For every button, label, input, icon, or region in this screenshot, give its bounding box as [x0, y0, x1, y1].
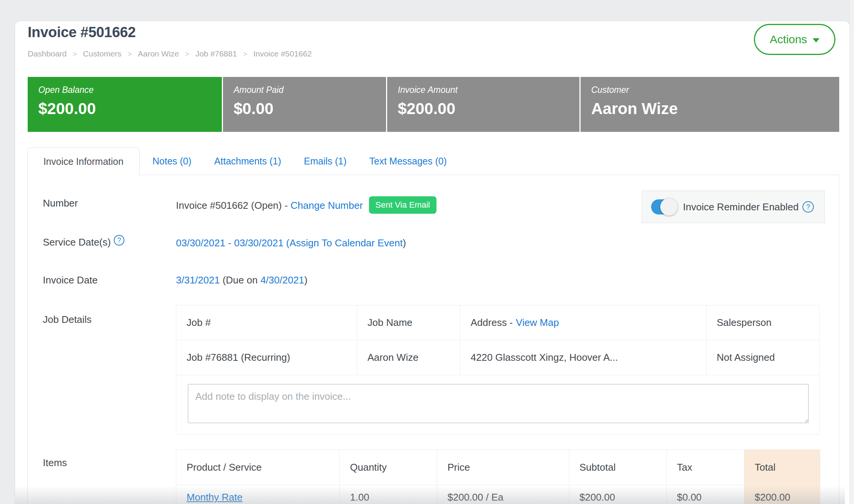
breadcrumb-current-invoice: Invoice #501662 [253, 49, 312, 58]
product-cell: Monthy Rate [176, 485, 340, 504]
subtotal-cell: $200.00 [569, 485, 667, 504]
breadcrumb-customer-name[interactable]: Aaron Wize [138, 49, 179, 58]
stat-value: $0.00 [234, 100, 386, 118]
job-number-header: Job # [176, 305, 357, 340]
stat-label: Open Balance [38, 85, 222, 95]
job-name-cell: Aaron Wize [357, 340, 460, 375]
tab-bar: Invoice Information Notes (0) Attachment… [27, 147, 447, 175]
stat-label: Invoice Amount [398, 85, 579, 95]
quantity-cell: 1.00 [340, 485, 437, 504]
summary-stats-bar: Open Balance $200.00 Amount Paid $0.00 I… [28, 77, 839, 132]
stat-label: Customer [591, 85, 839, 95]
product-service-header: Product / Service [176, 450, 340, 485]
number-label: Number [43, 197, 78, 209]
breadcrumb-separator: > [127, 50, 132, 58]
item-row: Monthy Rate 1.00 $200.00 / Ea $200.00 $0… [176, 485, 820, 504]
stat-value: $200.00 [38, 100, 222, 118]
price-header: Price [437, 450, 569, 485]
tab-notes[interactable]: Notes (0) [152, 156, 192, 167]
stat-value: $200.00 [398, 100, 579, 118]
service-dates-value: 03/30/2021 - 03/30/2021 (Assign To Calen… [176, 237, 406, 249]
address-header: Address - View Map [460, 305, 706, 340]
sent-via-email-badge: Sent Via Email [369, 196, 436, 214]
items-label: Items [43, 457, 67, 469]
tax-header: Tax [667, 450, 744, 485]
breadcrumb-separator: > [73, 50, 77, 58]
invoice-reminder-toggle[interactable] [651, 199, 676, 214]
service-date-range-link[interactable]: 03/30/2021 - 03/30/2021 [176, 237, 283, 249]
close-paren-text: ) [304, 274, 308, 286]
invoice-information-panel: Number Invoice #501662 (Open) - Change N… [27, 175, 839, 504]
breadcrumb-job[interactable]: Job #76881 [195, 49, 237, 58]
items-header-row: Product / Service Quantity Price Subtota… [176, 450, 820, 485]
breadcrumb: Dashboard>Customers>Aaron Wize>Job #7688… [28, 49, 312, 58]
quantity-header: Quantity [340, 450, 437, 485]
caret-down-icon [813, 38, 819, 42]
breadcrumb-separator: > [185, 50, 189, 58]
salesperson-header: Salesperson [706, 305, 819, 340]
tax-cell: $0.00 [667, 485, 744, 504]
stat-open-balance: Open Balance $200.00 [28, 77, 222, 132]
actions-button-label: Actions [770, 33, 807, 46]
job-table-header-row: Job # Job Name Address - View Map Salesp… [176, 305, 819, 340]
invoice-note-area [176, 375, 819, 425]
change-number-link[interactable]: Change Number [290, 200, 363, 211]
invoice-reminder-label: Invoice Reminder Enabled [683, 201, 799, 213]
number-value: Invoice #501662 (Open) - Change NumberSe… [176, 197, 436, 215]
view-map-link[interactable]: View Map [516, 317, 559, 329]
job-details-label: Job Details [43, 314, 92, 326]
actions-button[interactable]: Actions [754, 24, 835, 55]
invoice-note-input[interactable] [188, 384, 809, 423]
subtotal-header: Subtotal [569, 450, 667, 485]
close-paren-text: ) [403, 237, 406, 249]
page-scrollbar[interactable] [849, 0, 854, 504]
invoice-reminder-box: Invoice Reminder Enabled ? [642, 191, 825, 223]
tab-emails[interactable]: Emails (1) [304, 156, 347, 167]
stat-amount-paid: Amount Paid $0.00 [223, 77, 386, 132]
total-cell: $200.00 [744, 485, 820, 504]
job-table-row: Job #76881 (Recurring) Aaron Wize 4220 G… [176, 340, 819, 375]
page-title: Invoice #501662 [28, 24, 136, 41]
invoice-date-value: 3/31/2021 (Due on 4/30/2021) [176, 274, 308, 286]
job-number-cell: Job #76881 (Recurring) [176, 340, 357, 375]
assign-to-calendar-link[interactable]: (Assign To Calendar Event [283, 237, 403, 249]
stat-invoice-amount: Invoice Amount $200.00 [387, 77, 579, 132]
items-table: Product / Service Quantity Price Subtota… [176, 449, 820, 504]
salesperson-cell: Not Assigned [706, 340, 819, 375]
stat-customer: Customer Aaron Wize [581, 77, 839, 132]
due-date-link[interactable]: 4/30/2021 [261, 274, 305, 286]
job-name-header: Job Name [357, 305, 460, 340]
invoice-card: Invoice #501662 Dashboard>Customers>Aaro… [15, 21, 849, 504]
invoice-number-text: Invoice #501662 (Open) - [176, 200, 290, 211]
price-cell: $200.00 / Ea [437, 485, 569, 504]
toggle-knob [660, 198, 678, 216]
tab-attachments[interactable]: Attachments (1) [214, 156, 281, 167]
address-cell: 4220 Glasscott Xingz, Hoover A... [460, 340, 706, 375]
stat-value: Aaron Wize [591, 100, 839, 118]
service-dates-label: Service Date(s)? [43, 236, 124, 249]
help-icon[interactable]: ? [114, 235, 124, 246]
due-on-text: (Due on [220, 274, 261, 286]
tab-text-messages[interactable]: Text Messages (0) [369, 156, 447, 167]
help-icon[interactable]: ? [802, 201, 814, 213]
product-link[interactable]: Monthy Rate [187, 491, 242, 503]
invoice-date-link[interactable]: 3/31/2021 [176, 274, 220, 286]
breadcrumb-separator: > [243, 50, 247, 58]
breadcrumb-dashboard[interactable]: Dashboard [28, 49, 67, 58]
tab-invoice-information[interactable]: Invoice Information [27, 147, 140, 175]
job-details-table: Job # Job Name Address - View Map Salesp… [176, 305, 819, 435]
stat-label: Amount Paid [234, 85, 386, 95]
total-header: Total [744, 450, 820, 485]
invoice-date-label: Invoice Date [43, 274, 98, 286]
breadcrumb-customers[interactable]: Customers [83, 49, 122, 58]
